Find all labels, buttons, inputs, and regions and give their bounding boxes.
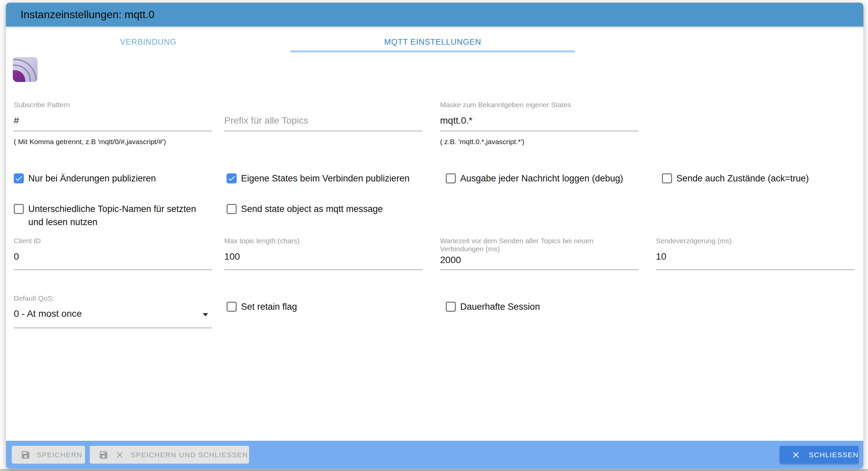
send-ack-true-label: Sende auch Zustände (ack=true) xyxy=(676,172,809,185)
set-retain-label: Set retain flag xyxy=(241,300,297,313)
send-delay-input[interactable]: 10 xyxy=(656,251,666,262)
max-topic-length-field: Max topic length:(chars) 100 xyxy=(224,237,423,245)
publish-own-on-connect-checkbox[interactable] xyxy=(226,173,237,183)
publish-own-on-connect-row[interactable]: Eigene States beim Verbinden publizieren xyxy=(226,173,409,185)
max-topic-length-label: Max topic length:(chars) xyxy=(224,237,423,245)
different-topics-row[interactable]: Unterschiedliche Topic-Namen für setzten… xyxy=(14,204,200,229)
dropdown-arrow-icon[interactable] xyxy=(203,313,208,316)
mask-label: Maske zum Bekanntgeben eigener States xyxy=(440,101,639,109)
send-delay-field: Sendeverzögerung (ms) 10 xyxy=(656,237,854,245)
close-button-label: SCHLIESSEN xyxy=(809,451,859,459)
mask-field: Maske zum Bekanntgeben eigener States mq… xyxy=(440,101,639,109)
set-retain-row[interactable]: Set retain flag xyxy=(226,302,297,313)
persistent-session-row[interactable]: Dauerhafte Session xyxy=(446,302,540,313)
persistent-session-label: Dauerhafte Session xyxy=(460,300,540,313)
mqtt-adapter-icon xyxy=(13,57,38,82)
save-button[interactable]: SPEICHERN xyxy=(12,446,85,464)
send-state-object-checkbox[interactable] xyxy=(226,204,237,214)
screen-edge xyxy=(0,469,868,471)
tab-mqtt-einstellungen-label: MQTT EINSTELLUNGEN xyxy=(384,37,482,47)
save-icon xyxy=(98,450,108,460)
publish-on-change-row[interactable]: Nur bei Änderungen publizieren xyxy=(14,173,156,185)
instance-settings-dialog: Instanzeinstellungen: mqtt.0 VERBINDUNG … xyxy=(6,3,863,469)
different-topics-checkbox[interactable] xyxy=(14,204,24,214)
close-button[interactable]: SCHLIESSEN xyxy=(780,446,859,464)
set-retain-checkbox[interactable] xyxy=(226,302,237,312)
publish-on-change-checkbox[interactable] xyxy=(14,173,24,183)
subscribe-pattern-label: Subscribe Pattern xyxy=(14,101,212,109)
input-underline xyxy=(14,328,212,328)
tab-bar: VERBINDUNG MQTT EINSTELLUNGEN xyxy=(6,32,575,52)
send-ack-true-checkbox[interactable] xyxy=(662,173,672,183)
input-underline xyxy=(224,269,423,270)
publish-own-on-connect-label: Eigene States beim Verbinden publizieren xyxy=(241,172,409,185)
save-and-close-button[interactable]: SPEICHERN UND SCHLIESSEN xyxy=(90,446,249,464)
tab-verbindung-label: VERBINDUNG xyxy=(120,37,177,47)
dialog-titlebar: Instanzeinstellungen: mqtt.0 xyxy=(6,3,863,27)
save-button-label: SPEICHERN xyxy=(37,451,82,459)
prefix-input[interactable]: Prefix für alle Topics xyxy=(224,115,308,126)
save-and-close-button-label: SPEICHERN UND SCHLIESSEN xyxy=(131,451,248,459)
subscribe-pattern-input[interactable]: # xyxy=(14,115,19,126)
debug-log-label: Ausgabe jeder Nachricht loggen (debug) xyxy=(460,172,623,185)
input-underline xyxy=(14,269,212,270)
tab-verbindung[interactable]: VERBINDUNG xyxy=(6,32,290,52)
input-underline xyxy=(440,269,639,270)
input-underline xyxy=(224,131,423,131)
default-qos-select[interactable]: 0 - At most once xyxy=(14,308,82,319)
wait-time-field: Wartezeit vor dem Senden aller Topics be… xyxy=(440,237,639,253)
max-topic-length-input[interactable]: 100 xyxy=(224,251,240,262)
persistent-session-checkbox[interactable] xyxy=(446,302,456,312)
dialog-footer: SPEICHERN SPEICHERN UND SCHLIESSEN SCHLI… xyxy=(6,441,863,469)
close-icon xyxy=(115,450,125,460)
send-delay-label: Sendeverzögerung (ms) xyxy=(656,237,854,245)
send-state-object-row[interactable]: Send state object as mqtt message xyxy=(226,204,383,216)
tab-mqtt-einstellungen[interactable]: MQTT EINSTELLUNGEN xyxy=(290,32,575,52)
save-icon xyxy=(21,450,31,460)
client-id-field: Client ID 0 xyxy=(14,237,212,245)
wait-time-input[interactable]: 2000 xyxy=(440,255,461,265)
client-id-input[interactable]: 0 xyxy=(14,251,19,262)
send-ack-true-row[interactable]: Sende auch Zustände (ack=true) xyxy=(662,173,809,185)
input-underline xyxy=(14,131,212,131)
different-topics-label: Unterschiedliche Topic-Namen für setzten… xyxy=(28,203,200,229)
input-underline xyxy=(440,131,639,131)
client-id-label: Client ID xyxy=(14,237,212,245)
input-underline xyxy=(656,269,854,270)
dialog-title: Instanzeinstellungen: mqtt.0 xyxy=(21,8,154,21)
default-qos-field: Default QoS: 0 - At most once xyxy=(14,294,212,302)
subscribe-pattern-helper: ( Mit Komma getrennt, z.B 'mqtt/0/#,java… xyxy=(14,138,166,146)
mask-input[interactable]: mqtt.0.* xyxy=(440,115,472,126)
debug-log-checkbox[interactable] xyxy=(446,173,456,183)
debug-log-row[interactable]: Ausgabe jeder Nachricht loggen (debug) xyxy=(446,173,623,185)
wait-time-label: Wartezeit vor dem Senden aller Topics be… xyxy=(440,237,608,253)
subscribe-pattern-field: Subscribe Pattern # ( Mit Komma getrennt… xyxy=(14,101,212,109)
send-state-object-label: Send state object as mqtt message xyxy=(241,203,383,216)
default-qos-label: Default QoS: xyxy=(14,294,212,302)
publish-on-change-label: Nur bei Änderungen publizieren xyxy=(28,172,156,185)
close-icon xyxy=(791,449,801,460)
mask-helper: ( z.B. 'mqtt.0.*,javascript.*') xyxy=(440,138,524,146)
active-tab-indicator xyxy=(290,51,575,53)
